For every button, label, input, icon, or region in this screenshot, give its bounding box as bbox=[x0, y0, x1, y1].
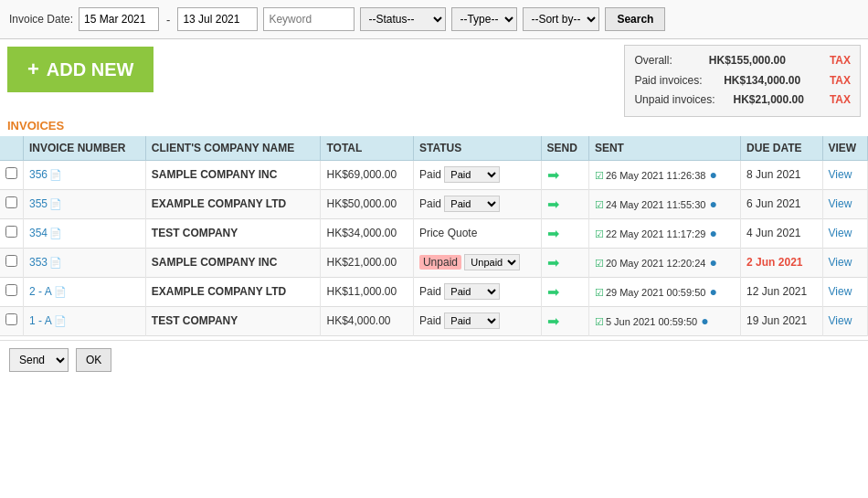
invoice-number[interactable]: 353 bbox=[29, 256, 48, 269]
invoice-number[interactable]: 354 bbox=[29, 227, 48, 239]
bulk-action-select[interactable]: Send Email Print bbox=[9, 348, 69, 372]
row-checkbox[interactable] bbox=[5, 167, 17, 179]
keyword-input[interactable] bbox=[263, 7, 355, 31]
col-view: VIEW bbox=[822, 136, 867, 161]
status-cell[interactable]: Paid PaidUnpaid bbox=[413, 306, 541, 335]
status-dropdown[interactable]: UnpaidPaid bbox=[464, 254, 520, 270]
status-badge: Price Quote bbox=[419, 227, 477, 239]
sent-cell: ☑29 May 2021 00:59:50● bbox=[588, 277, 740, 306]
invoice-number-cell: 356📄 bbox=[24, 160, 146, 189]
row-checkbox[interactable] bbox=[5, 284, 17, 296]
invoice-number-cell: 354📄 bbox=[24, 218, 146, 248]
view-cell[interactable]: View bbox=[822, 277, 867, 306]
col-total: TOTAL bbox=[321, 136, 413, 161]
row-checkbox[interactable] bbox=[5, 255, 17, 267]
row-checkbox-cell bbox=[0, 277, 24, 306]
invoice-date-label: Invoice Date: bbox=[9, 13, 73, 26]
table-row: 2 - A📄EXAMPLE COMPANY LTDHK$11,000.00Pai… bbox=[0, 277, 868, 306]
due-date-cell: 4 Jun 2021 bbox=[741, 218, 822, 248]
date-separator: - bbox=[166, 13, 170, 26]
sent-dot[interactable]: ● bbox=[709, 167, 716, 182]
sent-dot[interactable]: ● bbox=[709, 196, 716, 211]
send-cell[interactable]: ➡ bbox=[541, 248, 588, 277]
view-cell[interactable]: View bbox=[822, 248, 867, 277]
sort-select[interactable]: --Sort by-- Date Amount Status bbox=[523, 7, 599, 31]
status-dropdown[interactable]: PaidUnpaid bbox=[444, 313, 500, 329]
add-new-button[interactable]: + ADD NEW bbox=[7, 47, 153, 92]
invoice-number[interactable]: 356 bbox=[29, 168, 48, 181]
view-cell[interactable]: View bbox=[822, 306, 867, 335]
send-icon[interactable]: ➡ bbox=[547, 284, 559, 300]
status-dropdown[interactable]: PaidUnpaid bbox=[444, 166, 500, 183]
sent-datetime: 24 May 2021 11:55:30 bbox=[606, 199, 705, 210]
sent-dot[interactable]: ● bbox=[709, 284, 716, 299]
invoice-number[interactable]: 1 - A bbox=[29, 314, 52, 327]
sent-datetime: 26 May 2021 11:26:38 bbox=[606, 170, 705, 181]
pdf-icon[interactable]: 📄 bbox=[49, 228, 62, 238]
send-icon[interactable]: ➡ bbox=[547, 313, 559, 329]
due-date-cell: 19 Jun 2021 bbox=[741, 306, 822, 335]
table-row: 1 - A📄TEST COMPANYHK$4,000.00Paid PaidUn… bbox=[0, 306, 868, 335]
send-cell[interactable]: ➡ bbox=[541, 160, 588, 189]
search-button[interactable]: Search bbox=[605, 7, 665, 31]
status-cell[interactable]: Price Quote bbox=[413, 218, 541, 248]
pdf-icon[interactable]: 📄 bbox=[54, 286, 67, 297]
status-cell[interactable]: Paid PaidUnpaid bbox=[413, 277, 541, 306]
invoice-number[interactable]: 355 bbox=[29, 197, 48, 210]
due-date-cell: 2 Jun 2021 bbox=[741, 248, 822, 277]
bottom-bar: Send Email Print OK bbox=[0, 340, 868, 379]
status-dropdown[interactable]: PaidUnpaid bbox=[444, 196, 500, 212]
invoice-number-cell: 1 - A📄 bbox=[24, 306, 146, 335]
status-badge: Paid bbox=[419, 285, 441, 298]
date-to-input[interactable] bbox=[177, 7, 258, 31]
sent-datetime: 22 May 2021 11:17:29 bbox=[606, 228, 705, 239]
send-icon[interactable]: ➡ bbox=[547, 196, 559, 212]
sent-dot[interactable]: ● bbox=[701, 313, 708, 328]
send-cell[interactable]: ➡ bbox=[541, 306, 588, 335]
top-section: Overall: HK$155,000.00 TAX Paid invoices… bbox=[0, 39, 868, 117]
total-cell: HK$4,000.00 bbox=[321, 306, 413, 335]
pdf-icon[interactable]: 📄 bbox=[54, 315, 67, 326]
due-date-cell: 8 Jun 2021 bbox=[741, 160, 822, 189]
ok-button[interactable]: OK bbox=[76, 348, 111, 372]
sent-checkmark: ☑ bbox=[595, 287, 604, 298]
add-new-label: ADD NEW bbox=[47, 59, 134, 80]
send-icon[interactable]: ➡ bbox=[547, 255, 559, 270]
send-icon[interactable]: ➡ bbox=[547, 226, 559, 241]
overall-value: HK$155,000.00 bbox=[709, 51, 786, 71]
due-date-cell: 6 Jun 2021 bbox=[741, 189, 822, 218]
view-cell[interactable]: View bbox=[822, 160, 867, 189]
sent-datetime: 29 May 2021 00:59:50 bbox=[606, 287, 705, 298]
pdf-icon[interactable]: 📄 bbox=[49, 169, 62, 180]
table-row: 356📄SAMPLE COMPANY INCHK$69,000.00Paid P… bbox=[0, 160, 868, 189]
type-select[interactable]: --Type-- Invoice Quote bbox=[451, 7, 517, 31]
pdf-icon[interactable]: 📄 bbox=[49, 257, 62, 268]
sent-dot[interactable]: ● bbox=[709, 255, 716, 270]
send-icon[interactable]: ➡ bbox=[547, 167, 559, 183]
row-checkbox[interactable] bbox=[5, 313, 17, 325]
total-cell: HK$21,000.00 bbox=[321, 248, 413, 277]
date-from-input[interactable] bbox=[79, 7, 159, 31]
status-select[interactable]: --Status-- Paid Unpaid Price Quote bbox=[360, 7, 446, 31]
status-cell[interactable]: Paid PaidUnpaid bbox=[413, 189, 541, 218]
view-cell[interactable]: View bbox=[822, 189, 867, 218]
send-cell[interactable]: ➡ bbox=[541, 277, 588, 306]
pdf-icon[interactable]: 📄 bbox=[49, 198, 62, 209]
invoice-number[interactable]: 2 - A bbox=[29, 285, 52, 298]
row-checkbox[interactable] bbox=[5, 196, 17, 208]
send-cell[interactable]: ➡ bbox=[541, 189, 588, 218]
status-cell[interactable]: Paid PaidUnpaid bbox=[413, 160, 541, 189]
row-checkbox[interactable] bbox=[5, 226, 17, 238]
status-badge: Paid bbox=[419, 168, 441, 181]
invoices-label: INVOICES bbox=[0, 117, 868, 136]
total-cell: HK$34,000.00 bbox=[321, 218, 413, 248]
sent-cell: ☑24 May 2021 11:55:30● bbox=[588, 189, 740, 218]
invoice-number-cell: 355📄 bbox=[24, 189, 146, 218]
status-dropdown[interactable]: PaidUnpaid bbox=[444, 283, 500, 300]
send-cell[interactable]: ➡ bbox=[541, 218, 588, 248]
sent-checkmark: ☑ bbox=[595, 316, 604, 327]
view-cell[interactable]: View bbox=[822, 218, 867, 248]
status-cell[interactable]: Unpaid UnpaidPaid bbox=[413, 248, 541, 277]
sent-cell: ☑26 May 2021 11:26:38● bbox=[588, 160, 740, 189]
sent-dot[interactable]: ● bbox=[709, 226, 716, 240]
